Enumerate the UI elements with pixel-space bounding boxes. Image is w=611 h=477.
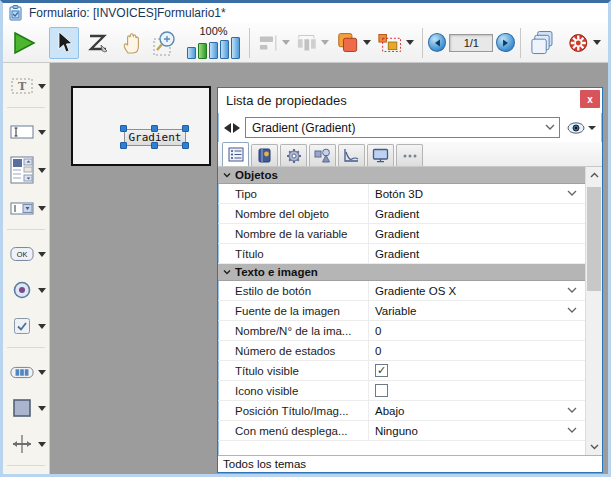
entry-order-tool-button[interactable] [83,27,113,59]
view-options-button[interactable] [567,122,596,134]
text-tool-dropdown-arrow[interactable] [38,84,46,89]
group-dropdown-arrow[interactable] [406,40,414,45]
level-icon [335,31,359,55]
property-row-estilo-boton[interactable]: Estilo de botón Gradiente OS X [218,281,585,301]
input-tool[interactable] [3,117,49,147]
object-selector-combo[interactable]: Gradient (Gradient) [245,117,560,138]
pointer-tool-button[interactable] [49,27,79,59]
property-row-icono-visible[interactable]: Icono visible [218,381,585,401]
object-nav-arrows[interactable] [224,123,240,133]
property-value[interactable]: Gradient [375,228,419,240]
property-scrollbar[interactable] [585,167,602,455]
chevron-down-icon[interactable] [567,427,575,435]
tab-objects[interactable] [309,144,336,166]
move-tool-button[interactable] [117,27,147,59]
previous-page-button[interactable] [428,33,446,52]
rectangle-tool-dropdown-arrow[interactable] [38,406,46,411]
text-tool[interactable]: T [3,71,49,101]
property-value[interactable]: Gradient [375,208,419,220]
property-row-nombre-imagen[interactable]: Nombre/N° de la ima... 0 [218,321,585,341]
checkbox-unchecked[interactable] [375,384,388,397]
button-tool[interactable]: OK [3,239,49,269]
rectangle-tool[interactable] [3,393,49,423]
buttonbar-tool[interactable] [3,357,49,387]
group-button[interactable] [376,27,415,59]
scrollbar-thumb[interactable] [587,187,601,291]
property-row-titulo-visible[interactable]: Título visible ✓ [218,361,585,381]
chevron-down-icon [545,124,553,132]
property-value[interactable]: Gradiente OS X [375,285,456,297]
selection-handle[interactable] [182,142,189,149]
section-header-objetos[interactable]: Objetos [218,167,585,184]
property-value[interactable]: Gradient [375,248,419,260]
property-row-posicion-titulo[interactable]: Posición Título/Imag... Abajo [218,401,585,421]
checkbox-tool[interactable] [3,311,49,341]
selection-handle[interactable] [182,125,189,132]
next-object-icon[interactable] [233,123,240,133]
property-value[interactable]: Ninguno [375,425,418,437]
selection-handle[interactable] [151,142,158,149]
combobox-tool-dropdown-arrow[interactable] [38,206,46,211]
object-selector-value: Gradient (Gradient) [252,121,355,135]
previous-object-icon[interactable] [224,123,231,133]
zoom-level-control[interactable]: 100% [187,26,240,59]
form-pages-button[interactable] [528,27,559,59]
combobox-tool[interactable] [3,193,49,223]
property-value[interactable]: Abajo [375,405,404,417]
property-row-fuente-imagen[interactable]: Fuente de la imagen Variable [218,301,585,321]
selection-handle[interactable] [120,142,127,149]
splitter-tool[interactable] [3,429,49,459]
property-row-nombre-objeto[interactable]: Nombre del objeto Gradient [218,204,585,224]
input-tool-dropdown-arrow[interactable] [38,130,46,135]
tab-more[interactable] [396,144,423,166]
tab-data[interactable] [251,144,278,166]
next-page-button[interactable] [496,33,514,52]
property-panel-titlebar[interactable]: Lista de propiedades x [218,88,602,113]
settings-button[interactable] [566,27,602,59]
settings-dropdown-arrow[interactable] [593,40,601,45]
tab-display[interactable] [367,144,394,166]
tab-settings[interactable] [280,144,307,166]
zoom-bars-icon[interactable] [187,37,240,59]
tab-events[interactable] [338,144,365,166]
property-row-titulo[interactable]: Título Gradient [218,244,585,264]
checkbox-tool-dropdown-arrow[interactable] [38,324,46,329]
section-header-texto-imagen[interactable]: Texto e imagen [218,264,585,281]
theme-filter-footer[interactable]: Todos los temas [218,455,602,472]
property-list-panel: Lista de propiedades x Gradient (Gradien… [217,87,603,473]
property-value[interactable]: Variable [375,305,416,317]
scroll-up-button[interactable] [586,167,602,183]
button-tool-dropdown-arrow[interactable] [38,252,46,257]
chevron-down-icon[interactable] [567,190,575,198]
input-tool-icon [10,122,34,142]
selection-handle[interactable] [120,125,127,132]
chevron-down-icon[interactable] [567,307,575,315]
section-title: Objetos [235,169,278,181]
scroll-down-button[interactable] [586,439,602,455]
radio-tool[interactable] [3,275,49,305]
property-row-numero-estados[interactable]: Número de estados 0 [218,341,585,361]
execute-form-button[interactable] [9,27,39,59]
zoom-tool-button[interactable] [151,27,181,59]
property-row-tipo[interactable]: Tipo Botón 3D [218,184,585,204]
radio-tool-dropdown-arrow[interactable] [38,288,46,293]
property-row-con-menu[interactable]: Con menú desplega... Ninguno [218,421,585,441]
property-value[interactable]: 0 [375,345,381,357]
form-canvas[interactable]: Gradient [71,86,211,166]
chevron-down-icon[interactable] [567,287,575,295]
ellipsis-icon [403,154,417,158]
property-value[interactable]: 0 [375,325,381,337]
level-button[interactable] [334,27,371,59]
tab-properties-list[interactable] [222,142,249,166]
listbox-tool[interactable] [3,153,49,187]
checkbox-checked[interactable]: ✓ [375,364,388,377]
level-dropdown-arrow[interactable] [363,40,371,45]
listbox-tool-dropdown-arrow[interactable] [38,168,46,173]
property-value[interactable]: Botón 3D [375,188,423,200]
splitter-tool-dropdown-arrow[interactable] [38,442,46,447]
property-row-nombre-variable[interactable]: Nombre de la variable Gradient [218,224,585,244]
close-button[interactable]: x [580,90,600,108]
buttonbar-tool-dropdown-arrow[interactable] [38,370,46,375]
selection-handle[interactable] [151,125,158,132]
chevron-down-icon[interactable] [567,407,575,415]
